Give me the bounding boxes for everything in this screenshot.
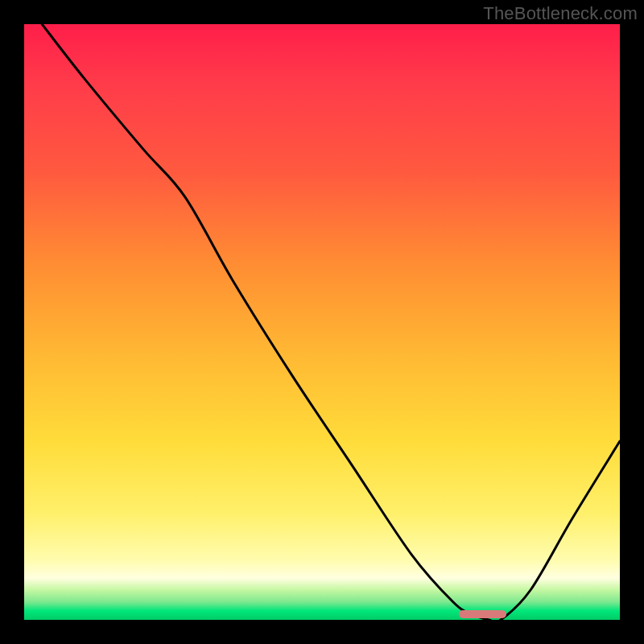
plot-area: [24, 24, 620, 620]
watermark-text: TheBottleneck.com: [483, 3, 638, 24]
chart-frame: TheBottleneck.com: [0, 0, 644, 644]
bottleneck-curve: [24, 24, 620, 620]
optimal-range-marker: [459, 610, 506, 618]
